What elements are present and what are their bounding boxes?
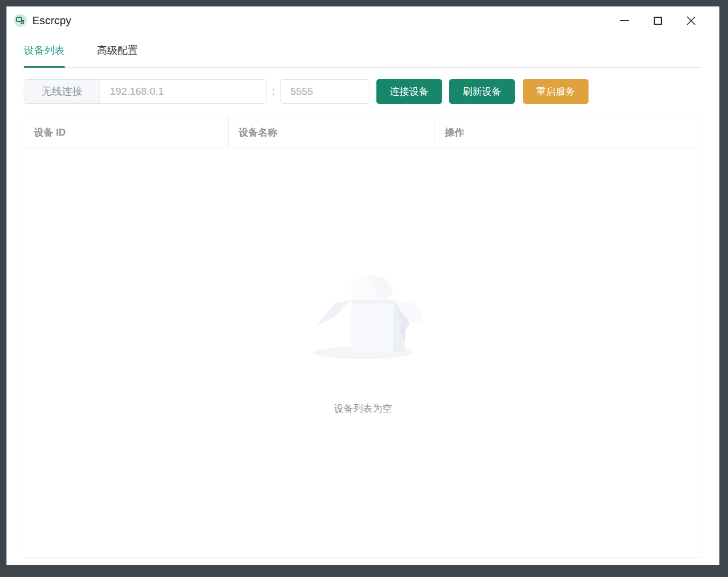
maximize-button[interactable] [641, 6, 674, 34]
tab-advanced-config[interactable]: 高级配置 [97, 34, 138, 67]
ip-address-input[interactable] [100, 80, 266, 103]
column-header-actions: 操作 [435, 117, 702, 147]
close-icon [686, 16, 696, 26]
title-bar: Escrcpy [6, 6, 719, 34]
tab-device-list[interactable]: 设备列表 [24, 34, 65, 67]
restart-service-button[interactable]: 重启服务 [523, 79, 589, 104]
minimize-button[interactable] [607, 6, 641, 34]
wireless-label: 无线连接 [24, 80, 100, 103]
tab-device-list-label: 设备列表 [24, 44, 65, 58]
connection-toolbar: 无线连接 : 连接设备 刷新设备 重启服务 [24, 79, 702, 104]
device-table-body: 设备列表为空 [24, 147, 702, 557]
app-logo-icon [14, 14, 27, 27]
device-table: 设备 ID 设备名称 操作 [24, 117, 702, 558]
minimize-icon [620, 20, 629, 21]
refresh-devices-button[interactable]: 刷新设备 [449, 79, 515, 104]
empty-state: 设备列表为空 [304, 269, 422, 415]
ip-port-separator: : [272, 86, 275, 97]
close-button[interactable] [674, 6, 708, 34]
tab-bar: 设备列表 高级配置 [24, 34, 702, 68]
connect-device-button[interactable]: 连接设备 [376, 79, 442, 104]
app-title: Escrcpy [32, 15, 72, 27]
maximize-icon [654, 17, 662, 25]
wireless-input-group: 无线连接 [24, 79, 267, 104]
window-controls [607, 6, 719, 34]
tab-advanced-config-label: 高级配置 [97, 44, 138, 58]
device-table-header: 设备 ID 设备名称 操作 [24, 117, 702, 147]
column-header-device-id: 设备 ID [24, 117, 229, 147]
app-window: Escrcpy 设备列表 高级配置 无线连接 [6, 6, 719, 565]
column-header-device-name: 设备名称 [229, 117, 435, 147]
empty-box-illustration [304, 269, 422, 365]
port-input[interactable] [280, 79, 369, 104]
empty-state-text: 设备列表为空 [334, 402, 392, 415]
